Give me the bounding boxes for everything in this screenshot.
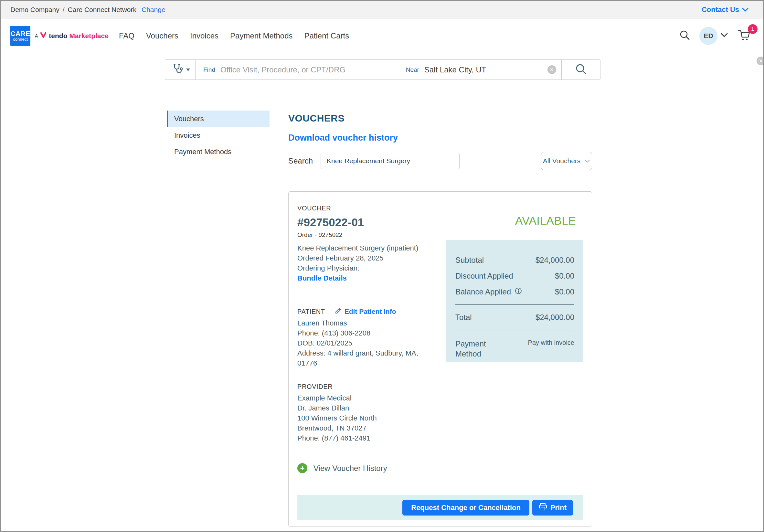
tendo-mark-icon xyxy=(40,32,47,40)
voucher-search-input[interactable] xyxy=(320,153,460,169)
top-bar: Demo Company / Care Connect Network Chan… xyxy=(1,1,763,19)
logo-line1: CARE xyxy=(10,30,30,37)
voucher-search-row: Search All Vouchers xyxy=(288,152,592,170)
voucher-filter-dropdown[interactable]: All Vouchers xyxy=(541,152,592,170)
find-label: Find xyxy=(203,66,215,74)
main-nav: FAQ Vouchers Invoices Payment Methods Pa… xyxy=(119,31,349,40)
payment-method-value: Pay with invoice xyxy=(528,339,574,346)
provider-info: Example Medical Dr. James Dillan 100 Win… xyxy=(297,393,436,443)
find-input[interactable] xyxy=(220,65,396,74)
payment-method-label: Payment Method xyxy=(455,339,497,359)
sidebar-item-payment-methods[interactable]: Payment Methods xyxy=(167,143,270,160)
bundle-details-link[interactable]: Bundle Details xyxy=(297,273,347,283)
order-number: Order - 9275022 xyxy=(297,231,440,239)
near-field-group: Near ✕ xyxy=(398,60,561,80)
search-icon[interactable] xyxy=(679,30,690,42)
patient-dob: DOB: 02/01/2025 xyxy=(297,338,436,348)
nav-vouchers[interactable]: Vouchers xyxy=(146,31,178,40)
nav-payment-methods[interactable]: Payment Methods xyxy=(230,31,292,40)
account-menu[interactable]: ED xyxy=(699,27,728,45)
total-label: Total xyxy=(455,313,472,322)
summary-row-balance: Balance Applied $0.00 xyxy=(455,287,574,296)
voucher-card: VOUCHER #9275022-01 Order - 9275022 Knee… xyxy=(288,191,592,527)
sidebar-item-invoices[interactable]: Invoices xyxy=(167,127,270,143)
edit-patient-info-link[interactable]: Edit Patient Info xyxy=(335,307,396,316)
nav-faq[interactable]: FAQ xyxy=(119,31,134,40)
voucher-section-label: VOUCHER xyxy=(297,204,440,212)
brand-name: tendo xyxy=(49,32,67,40)
breadcrumb-network: Care Connect Network xyxy=(68,6,136,14)
category-dropdown[interactable] xyxy=(165,60,196,80)
summary-row-subtotal: Subtotal $24,000.00 xyxy=(455,256,574,265)
logo-line2: connect xyxy=(13,37,28,42)
page: Demo Company / Care Connect Network Chan… xyxy=(0,0,764,532)
search-label: Search xyxy=(288,156,320,165)
edit-patient-info-label: Edit Patient Info xyxy=(344,308,396,315)
sidebar-item-vouchers[interactable]: Vouchers xyxy=(167,110,270,127)
print-button[interactable]: Print xyxy=(532,500,573,515)
change-link[interactable]: Change xyxy=(141,6,165,14)
brand-prefix: A xyxy=(35,33,38,39)
provider-city: Brentwood, TN 37027 xyxy=(297,423,436,433)
subtotal-label: Subtotal xyxy=(455,256,484,265)
balance-label: Balance Applied xyxy=(455,287,511,296)
provider-phone: Phone: (877) 461-2491 xyxy=(297,433,436,443)
page-title: VOUCHERS xyxy=(288,112,592,124)
patient-section-label: PATIENT xyxy=(297,308,325,315)
subtotal-value: $24,000.00 xyxy=(535,256,574,265)
pencil-icon xyxy=(335,307,342,316)
patient-name: Lauren Thomas xyxy=(297,318,436,328)
status-badge: AVAILABLE xyxy=(515,214,576,227)
stethoscope-icon xyxy=(171,63,184,77)
search-submit-button[interactable] xyxy=(561,60,600,80)
provider-section-label: PROVIDER xyxy=(297,383,440,391)
request-change-button[interactable]: Request Change or Cancellation xyxy=(402,500,529,515)
clear-near-icon[interactable]: ✕ xyxy=(547,65,556,74)
patient-address: Address: 4 willard grant, Sudbury, MA, 0… xyxy=(297,348,436,368)
procedure-search-section: Find Near ✕ ✕ xyxy=(1,53,763,87)
printer-icon xyxy=(539,503,547,513)
summary-row-total: Total $24,000.00 xyxy=(455,313,574,322)
header-right: ED 1 xyxy=(679,27,752,45)
procedure-name: Knee Replacement Surgery (inpatient) xyxy=(297,243,440,253)
patient-info: Lauren Thomas Phone: (413) 306-2208 DOB:… xyxy=(297,318,436,368)
ordered-date: Ordered February 28, 2025 xyxy=(297,253,440,263)
voucher-details-column: VOUCHER #9275022-01 Order - 9275022 Knee… xyxy=(297,204,440,473)
chevron-down-icon xyxy=(584,157,590,165)
brand-suffix: Marketplace xyxy=(70,32,108,40)
dismiss-icon[interactable]: ✕ xyxy=(757,57,764,65)
sidebar: Vouchers Invoices Payment Methods xyxy=(167,110,270,160)
near-label: Near xyxy=(406,66,419,74)
nav-patient-carts[interactable]: Patient Carts xyxy=(304,31,349,40)
provider-physician: Dr. James Dillan xyxy=(297,403,436,413)
summary-row-discount: Discount Applied $0.00 xyxy=(455,271,574,280)
info-icon[interactable] xyxy=(515,287,522,296)
find-field-group: Find xyxy=(196,60,398,80)
sidebar-item-label: Invoices xyxy=(174,131,200,140)
near-input[interactable] xyxy=(424,65,542,74)
chevron-down-icon xyxy=(721,33,728,39)
card-actions-bar: Request Change or Cancellation Print xyxy=(297,495,583,520)
cart-button[interactable]: 1 xyxy=(737,28,752,44)
patient-phone: Phone: (413) 306-2208 xyxy=(297,328,436,338)
view-voucher-history[interactable]: View Voucher History xyxy=(297,463,440,473)
plus-icon xyxy=(297,463,307,473)
discount-value: $0.00 xyxy=(555,271,574,280)
cart-icon xyxy=(737,38,752,43)
provider-name: Example Medical xyxy=(297,393,436,403)
summary-divider-light xyxy=(455,331,574,331)
care-connect-logo[interactable]: CARE connect xyxy=(10,26,30,46)
filter-value: All Vouchers xyxy=(543,157,581,165)
main-panel: VOUCHERS Download voucher history Search… xyxy=(288,112,592,527)
chevron-down-icon xyxy=(742,6,748,14)
print-label: Print xyxy=(550,504,567,512)
content: Vouchers Invoices Payment Methods VOUCHE… xyxy=(1,87,763,532)
nav-invoices[interactable]: Invoices xyxy=(190,31,219,40)
view-voucher-history-label: View Voucher History xyxy=(313,464,387,473)
summary-divider xyxy=(455,304,574,305)
download-voucher-history-link[interactable]: Download voucher history xyxy=(288,132,398,143)
voucher-number: #9275022-01 xyxy=(297,215,440,230)
avatar[interactable]: ED xyxy=(699,27,717,45)
contact-us-link[interactable]: Contact Us xyxy=(702,6,748,14)
procedure-block: Knee Replacement Surgery (inpatient) Ord… xyxy=(297,243,440,283)
